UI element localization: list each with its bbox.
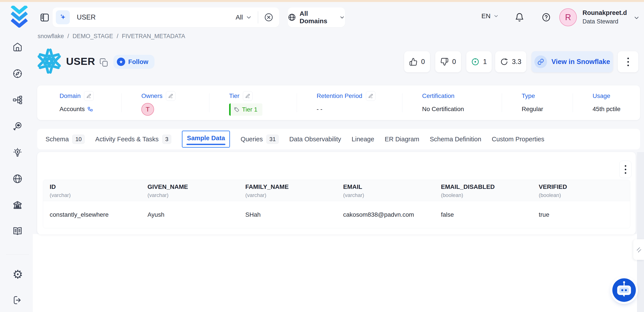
tab-queries[interactable]: Queries31 [240, 134, 278, 144]
chevron-down-icon [246, 14, 252, 21]
home-icon [12, 42, 22, 52]
retention-value: - - [317, 106, 322, 113]
followers-button[interactable]: 1 [466, 51, 492, 72]
summary-field-type: Type Regular [502, 85, 573, 120]
all-domains-label: All Domains [300, 10, 336, 25]
sidebar-item-logout[interactable] [12, 295, 22, 305]
sidebar-item-home[interactable] [12, 42, 22, 52]
user-menu-caret[interactable] [633, 15, 640, 21]
left-sidebar: ⚙ [0, 2, 35, 312]
tier-label: Tier [229, 92, 240, 99]
compass-icon [12, 69, 22, 79]
owners-label: Owners [141, 92, 162, 99]
breadcrumb-separator: / [68, 33, 69, 40]
entity-more-actions-button[interactable] [618, 51, 638, 72]
retention-label: Retention Period [317, 92, 362, 99]
tab-activity-count: 3 [162, 134, 171, 144]
view-in-source-button[interactable]: View in Snowflake [532, 51, 613, 72]
summary-field-usage: Usage 45th pctile [573, 85, 640, 120]
summary-field-tier: Tier Tier 1 [210, 85, 297, 120]
user-avatar[interactable]: R [559, 8, 577, 26]
edit-domain-button[interactable] [84, 91, 94, 101]
page-title: USER [66, 55, 95, 67]
tab-er-diagram[interactable]: ER Diagram [385, 136, 419, 143]
edit-owners-button[interactable] [166, 91, 176, 101]
tab-activity-feeds[interactable]: Activity Feeds & Tasks3 [95, 134, 171, 144]
sample-data-more-button[interactable] [619, 161, 632, 178]
entity-summary-card: Domain Accounts Owners T Tier Tier 1 Ret… [37, 85, 640, 120]
tab-custom-properties[interactable]: Custom Properties [492, 136, 544, 143]
user-menu[interactable]: Rounakpreet.d Data Steward [582, 9, 631, 25]
sidebar-item-settings[interactable]: ⚙ [12, 269, 22, 279]
cell-email-disabled: false [434, 201, 532, 228]
summary-field-certification: Certification No Certification [402, 85, 502, 120]
collapsed-panel-handle[interactable] [633, 239, 644, 260]
view-in-source-label: View in Snowflake [552, 58, 610, 66]
app-logo[interactable] [9, 6, 29, 28]
sidebar-item-glossary[interactable] [12, 226, 22, 236]
sidebar-item-observability[interactable] [12, 121, 22, 131]
table-row: constantly_elsewhere Ayush SHah cakosom8… [43, 201, 630, 228]
flow-icon [12, 95, 22, 105]
breadcrumb-item-service[interactable]: snowflake [38, 33, 64, 40]
search-eye-icon [12, 121, 22, 131]
help-button[interactable] [541, 13, 551, 22]
column-header-verified: VERIFIED(boolean) [532, 180, 630, 201]
book-icon [12, 226, 22, 236]
column-header-email-disabled: EMAIL_DISABLED(boolean) [434, 180, 532, 201]
sidebar-item-govern[interactable] [12, 200, 22, 210]
tag-icon [234, 107, 240, 112]
owner-avatar[interactable]: T [141, 103, 154, 116]
breadcrumb-separator: / [117, 33, 118, 40]
owner-avatar-initial: T [146, 106, 150, 113]
sidebar-item-explore[interactable] [12, 69, 22, 79]
type-value: Regular [522, 106, 543, 113]
domain-value[interactable]: Accounts [60, 106, 85, 113]
summary-field-retention: Retention Period - - [297, 85, 402, 120]
search-scope-dropdown[interactable]: All [236, 14, 252, 21]
bell-icon [515, 13, 524, 22]
tab-queries-count: 31 [266, 134, 279, 144]
downvote-button[interactable]: 0 [435, 51, 461, 72]
sidebar-toggle-icon[interactable] [40, 12, 50, 23]
chat-assistant-button[interactable] [612, 278, 636, 302]
sidebar-item-insights[interactable] [12, 147, 22, 158]
cell-given-name: Ayush [141, 201, 239, 228]
cell-email: cakosom838@padvn.com [336, 201, 434, 228]
language-selector[interactable]: EN [482, 12, 499, 20]
search-scope-value: All [236, 14, 243, 21]
language-value: EN [482, 12, 490, 20]
scrollbar-gutter[interactable] [637, 152, 644, 312]
type-label: Type [522, 92, 535, 99]
tab-schema-definition[interactable]: Schema Definition [430, 136, 481, 143]
column-header-given-name: GIVEN_NAME(varchar) [141, 180, 239, 201]
edit-retention-button[interactable] [366, 91, 376, 101]
search-input[interactable]: USER [77, 13, 236, 21]
usage-score-button[interactable]: 3.3 [495, 51, 526, 72]
tab-lineage[interactable]: Lineage [352, 136, 374, 143]
tier-badge[interactable]: Tier 1 [229, 103, 262, 116]
clear-search-icon[interactable] [264, 13, 274, 22]
lightbulb-icon [12, 147, 22, 158]
user-avatar-initial: R [565, 13, 571, 22]
chevron-down-icon [633, 15, 640, 21]
breadcrumb-item-database[interactable]: DEMO_STAGE [73, 33, 113, 40]
tab-sample-data[interactable]: Sample Data [182, 131, 230, 148]
copy-name-button[interactable] [99, 57, 109, 68]
follow-button[interactable]: ★ Follow [113, 55, 154, 69]
global-search-bar[interactable]: USER All [52, 8, 279, 27]
tab-data-observability[interactable]: Data Observability [289, 136, 341, 143]
edit-tier-button[interactable] [243, 91, 252, 101]
notifications-button[interactable] [515, 13, 524, 22]
tier-value: Tier 1 [242, 106, 258, 113]
sidebar-item-lineage[interactable] [12, 95, 22, 105]
all-domains-filter[interactable]: All Domains [288, 8, 345, 27]
star-icon: ★ [117, 58, 125, 66]
sidebar-item-domains[interactable] [12, 174, 22, 184]
cell-family-name: SHah [239, 201, 336, 228]
user-role: Data Steward [582, 18, 631, 25]
breadcrumb-item-schema[interactable]: FIVETRAN_METADATA [122, 33, 185, 40]
upvote-button[interactable]: 0 [404, 51, 430, 72]
ai-sparkle-icon[interactable] [56, 10, 70, 24]
tab-schema[interactable]: Schema10 [46, 134, 85, 144]
